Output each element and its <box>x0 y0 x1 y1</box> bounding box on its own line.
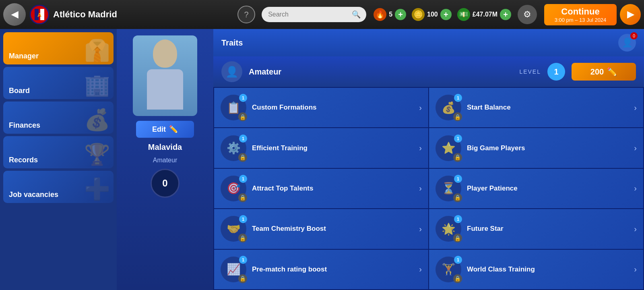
trait-level-4: 1 <box>239 175 247 183</box>
trait-level-3: 1 <box>454 135 462 143</box>
avatar-head <box>153 39 177 68</box>
add-resource1-button[interactable]: + <box>395 9 406 20</box>
trait-item-big-game-players[interactable]: ⭐ 1 🔒 Big Game Players › <box>429 128 643 168</box>
sidebar-manager-label: Manager <box>9 52 108 60</box>
trait-arrow-2: › <box>419 143 422 153</box>
sidebar-item-finances[interactable]: Finances 💰 <box>3 102 114 134</box>
search-input[interactable] <box>268 11 349 18</box>
score-value: 0 <box>162 178 167 189</box>
trait-level-7: 1 <box>454 215 462 223</box>
trait-label-5: Player Patience <box>467 184 628 193</box>
score-badge: 0 <box>151 169 180 198</box>
manager-rank: Amateur <box>153 157 177 164</box>
sidebar-finances-label: Finances <box>9 121 108 130</box>
trait-lock-4: 🔒 <box>238 193 247 202</box>
pencil-icon: ✏️ <box>607 67 617 77</box>
resource-coin-icon: 🪙 <box>412 8 425 21</box>
trait-lock-0: 🔒 <box>238 112 247 121</box>
continue-button[interactable]: Continue 3:00 pm – 13 Jul 2024 <box>544 4 617 25</box>
traits-title: Traits <box>221 38 243 48</box>
search-bar: 🔍 <box>262 7 366 22</box>
currency-button[interactable]: 200 ✏️ <box>572 63 636 81</box>
trait-icon-wrap-1: 💰 1 🔒 <box>436 95 461 120</box>
trait-icon-wrap-5: ⏳ 1 🔒 <box>436 176 461 201</box>
trait-label-0: Custom Formations <box>252 104 413 112</box>
sidebar-board-label: Board <box>9 87 108 95</box>
trait-arrow-0: › <box>419 103 422 112</box>
trait-arrow-9: › <box>634 265 637 274</box>
club-logo: A <box>29 4 50 25</box>
trait-lock-1: 🔒 <box>453 112 462 121</box>
trait-item-efficient-training[interactable]: ⚙️ 1 🔒 Efficient Training › <box>214 128 428 168</box>
trait-icon-wrap-3: ⭐ 1 🔒 <box>436 135 461 161</box>
trait-label-8: Pre-match rating boost <box>252 265 413 273</box>
trait-lock-7: 🔒 <box>453 234 462 242</box>
trait-label-2: Efficient Training <box>252 144 413 152</box>
resource2-value: 100 <box>427 11 438 18</box>
sidebar-item-board[interactable]: Board 🏢 <box>3 67 114 99</box>
back-button[interactable]: ◀ <box>3 3 26 26</box>
search-icon: 🔍 <box>352 10 361 19</box>
resource-fire-icon: 🔥 <box>374 8 386 21</box>
add-resource3-button[interactable]: + <box>500 9 511 20</box>
trait-lock-6: 🔒 <box>238 234 247 242</box>
traits-user-icon: 👤 <box>622 37 633 48</box>
trait-item-attract-top-talents[interactable]: 🎯 1 🔒 Attract Top Talents › <box>214 169 428 208</box>
sidebar-item-manager[interactable]: Manager 👔 <box>3 32 114 64</box>
trait-arrow-5: › <box>634 184 637 193</box>
level-manager-name: Amateur <box>249 67 513 77</box>
traits-avatar-icon: 👤 0 <box>618 34 636 52</box>
continue-label: Continue <box>561 6 599 17</box>
trait-item-future-star[interactable]: 🌟 1 🔒 Future Star › <box>429 209 643 249</box>
avatar-body <box>147 69 183 110</box>
trait-lock-2: 🔒 <box>238 153 247 162</box>
add-resource2-button[interactable]: + <box>440 9 452 20</box>
trait-arrow-8: › <box>419 265 422 274</box>
sidebar-jobs-label: Job vacancies <box>9 191 108 199</box>
trait-arrow-4: › <box>419 184 422 193</box>
continue-arrow-button[interactable]: ▶ <box>620 4 641 25</box>
trait-label-1: Start Balance <box>467 104 628 112</box>
resource3-value: £47.07M <box>473 11 497 18</box>
edit-button[interactable]: Edit ✏️ <box>136 121 194 138</box>
trait-level-9: 1 <box>454 256 462 264</box>
trait-arrow-6: › <box>419 224 422 234</box>
trait-item-start-balance[interactable]: 💰 1 🔒 Start Balance › <box>429 88 643 127</box>
trait-item-world-class-training[interactable]: 🏋️ 1 🔒 World Class Training › <box>429 250 643 289</box>
trait-icon-wrap-8: 📈 1 🔒 <box>221 257 246 282</box>
trait-label-7: Future Star <box>467 225 628 233</box>
trait-arrow-3: › <box>634 143 637 153</box>
trait-arrow-1: › <box>634 103 637 112</box>
level-label: LEVEL <box>519 68 541 75</box>
trait-item-prematch-rating[interactable]: 📈 1 🔒 Pre-match rating boost › <box>214 250 428 289</box>
currency-value: 200 <box>590 67 604 77</box>
resource1-value: 5 <box>389 11 392 18</box>
top-nav: ◀ A Atlético Madrid ? 🔍 🔥 5 + 🪙 100 + 💵 … <box>0 0 644 29</box>
trait-item-team-chemistry-boost[interactable]: 🤝 1 🔒 Team Chemistry Boost › <box>214 209 428 249</box>
manager-avatar <box>133 35 197 116</box>
trait-icon-wrap-9: 🏋️ 1 🔒 <box>436 257 461 282</box>
trait-level-0: 1 <box>239 94 247 102</box>
sidebar-records-label: Records <box>9 156 108 164</box>
sidebar-item-jobs[interactable]: Job vacancies ➕ <box>3 171 114 203</box>
trait-icon-wrap-0: 📋 1 🔒 <box>221 95 246 120</box>
trait-level-1: 1 <box>454 94 462 102</box>
resource-money-icon: 💵 <box>457 8 470 21</box>
level-avatar-icon: 👤 <box>221 61 242 82</box>
trait-label-6: Team Chemistry Boost <box>252 225 413 233</box>
trait-lock-8: 🔒 <box>238 274 247 283</box>
trait-item-player-patience[interactable]: ⏳ 1 🔒 Player Patience › <box>429 169 643 208</box>
settings-button[interactable]: ⚙ <box>518 5 537 24</box>
trait-lock-5: 🔒 <box>453 193 462 202</box>
sidebar-item-records[interactable]: Records 🏆 <box>3 136 114 168</box>
club-name: Atlético Madrid <box>53 9 117 20</box>
help-button[interactable]: ? <box>237 6 255 23</box>
trait-icon-wrap-7: 🌟 1 🔒 <box>436 216 461 242</box>
traits-badge: 0 <box>630 32 638 39</box>
sidebar: Manager 👔 Board 🏢 Finances 💰 Records 🏆 <box>0 29 117 290</box>
trait-level-8: 1 <box>239 256 247 264</box>
right-panel: Traits 👤 0 👤 Amateur LEVEL 1 200 ✏️ <box>213 29 644 290</box>
trait-item-custom-formations[interactable]: 📋 1 🔒 Custom Formations › <box>214 88 428 127</box>
manager-name: Malavida <box>148 143 182 152</box>
trait-lock-9: 🔒 <box>453 274 462 283</box>
